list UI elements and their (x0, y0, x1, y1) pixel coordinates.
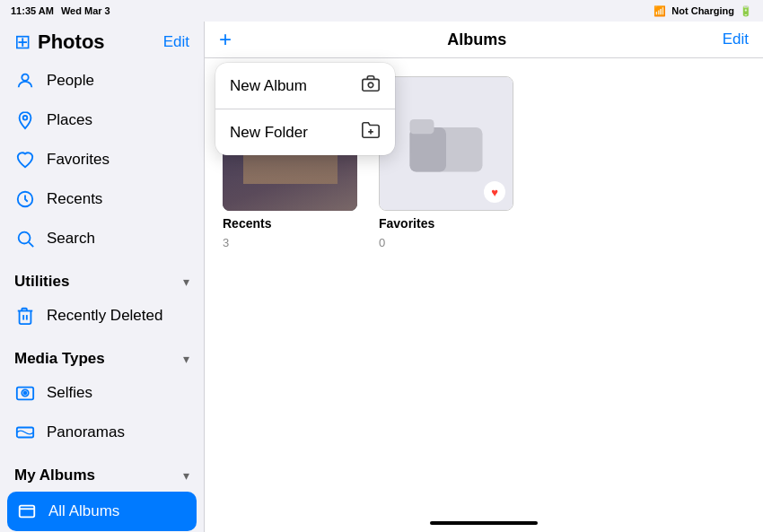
sidebar-edit-button[interactable]: Edit (163, 33, 189, 51)
places-icon (14, 109, 36, 131)
main-toolbar: + Albums Edit (205, 22, 763, 58)
new-folder-icon (361, 120, 381, 144)
svg-line-4 (29, 242, 33, 247)
svg-rect-12 (363, 79, 379, 91)
people-icon (14, 70, 36, 92)
favorites-icon (14, 149, 36, 170)
svg-rect-11 (20, 506, 35, 518)
search-label: Search (47, 230, 95, 248)
svg-point-9 (24, 392, 27, 395)
main-edit-button[interactable]: Edit (723, 31, 749, 48)
dropdown-new-folder[interactable]: New Folder (215, 109, 395, 155)
svg-point-1 (23, 116, 28, 120)
svg-point-3 (19, 232, 31, 244)
new-folder-label: New Folder (230, 124, 308, 142)
favorites-thumbnail: ♥ (379, 76, 513, 211)
svg-point-0 (22, 74, 28, 81)
status-date: Wed Mar 3 (61, 5, 110, 16)
panoramas-label: Panoramas (47, 423, 125, 441)
status-time: 11:35 AM (11, 5, 54, 16)
main-title: Albums (447, 31, 506, 49)
favorites-album-name: Favorites (379, 216, 513, 231)
all-albums-icon (16, 501, 38, 522)
search-icon (14, 228, 36, 249)
utilities-title: Utilities (14, 273, 69, 291)
add-button[interactable]: + (219, 29, 232, 50)
sidebar-header: ⊞ Photos Edit (0, 22, 204, 61)
recents-icon (14, 188, 36, 210)
sidebar-item-all-albums[interactable]: All Albums (7, 492, 197, 531)
selfies-label: Selfies (47, 384, 92, 402)
utilities-chevron-icon: ▾ (183, 275, 189, 289)
new-album-icon (361, 74, 381, 98)
all-albums-label: All Albums (48, 502, 119, 520)
main-content: + Albums Edit New Album New Folder (205, 22, 763, 532)
status-bar: 11:35 AM Wed Mar 3 📶 Not Charging 🔋 (0, 0, 763, 22)
battery-icon: 🔋 (740, 5, 752, 17)
dropdown-new-album[interactable]: New Album (215, 63, 395, 109)
svg-point-13 (368, 83, 373, 88)
recently-deleted-label: Recently Deleted (47, 307, 162, 325)
new-album-label: New Album (230, 77, 307, 95)
sidebar-item-search[interactable]: Search (0, 219, 204, 258)
trash-icon (14, 305, 36, 327)
media-types-title: Media Types (14, 350, 105, 368)
recents-album-count: 3 (223, 236, 357, 249)
my-albums-section-header: My Albums ▾ (0, 452, 204, 490)
sidebar-title: Photos (38, 31, 105, 54)
my-albums-chevron-icon: ▾ (183, 468, 189, 483)
my-albums-title: My Albums (14, 467, 95, 484)
sidebar-squares-icon: ⊞ (14, 31, 31, 54)
sidebar-item-panoramas[interactable]: Panoramas (0, 413, 204, 452)
wifi-icon: 📶 (653, 5, 666, 17)
favorites-label: Favorites (47, 151, 110, 169)
sidebar-item-recently-deleted[interactable]: Recently Deleted (0, 296, 204, 336)
sidebar-item-favorites[interactable]: Favorites (0, 140, 204, 179)
media-types-section-header: Media Types ▾ (0, 336, 204, 373)
selfie-icon (14, 382, 36, 404)
app-container: ⊞ Photos Edit People Places (0, 22, 763, 532)
album-favorites[interactable]: ♥ Favorites 0 (379, 76, 513, 249)
places-label: Places (47, 111, 92, 129)
sidebar: ⊞ Photos Edit People Places (0, 22, 205, 532)
svg-rect-17 (410, 127, 447, 172)
panoramas-icon (14, 422, 36, 443)
sidebar-item-recents[interactable]: Recents (0, 179, 204, 219)
battery-status: Not Charging (671, 5, 734, 16)
svg-rect-18 (410, 119, 434, 134)
recents-album-name: Recents (223, 216, 357, 231)
home-bar (430, 521, 538, 525)
favorites-album-count: 0 (379, 236, 513, 249)
dropdown-menu: New Album New Folder (215, 63, 395, 155)
sidebar-item-people[interactable]: People (0, 61, 204, 100)
recents-label: Recents (47, 190, 102, 208)
utilities-section-header: Utilities ▾ (0, 258, 204, 296)
heart-badge: ♥ (484, 181, 505, 203)
folder-svg-icon (406, 103, 487, 184)
media-types-chevron-icon: ▾ (183, 352, 189, 366)
home-indicator (205, 514, 763, 532)
people-label: People (47, 72, 94, 90)
sidebar-item-places[interactable]: Places (0, 100, 204, 140)
sidebar-item-selfies[interactable]: Selfies (0, 373, 204, 413)
